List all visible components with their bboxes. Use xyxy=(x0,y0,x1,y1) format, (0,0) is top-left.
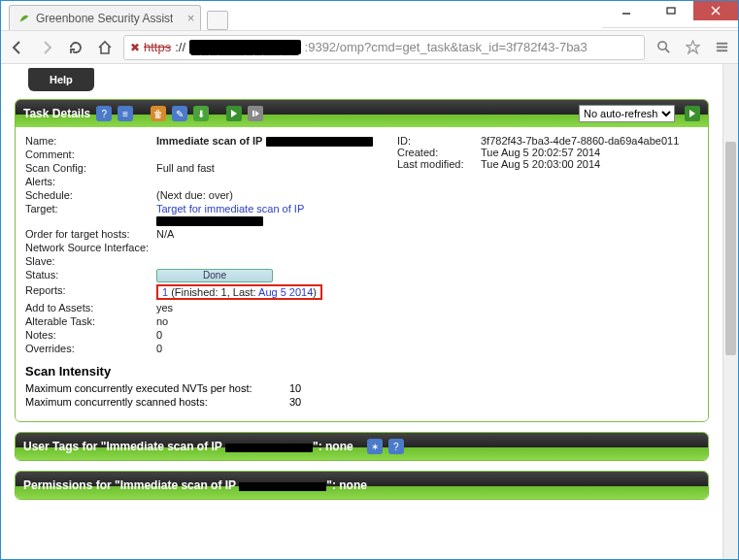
label-slave: Slave: xyxy=(25,255,156,267)
export-icon[interactable]: ⬇ xyxy=(193,106,209,121)
vertical-scrollbar[interactable] xyxy=(722,64,738,559)
value-name: Immediate scan of IP xyxy=(156,135,262,147)
label-nvts: Maximum concurrently executed NVTs per h… xyxy=(25,382,289,394)
delete-icon[interactable]: 🗑 xyxy=(151,106,166,121)
svg-point-4 xyxy=(657,42,665,49)
new-tab-button[interactable] xyxy=(207,11,228,30)
label-order: Order for target hosts: xyxy=(25,228,156,240)
value-created: Tue Aug 5 20:02:57 2014 xyxy=(481,147,600,158)
label-comment: Comment: xyxy=(25,148,156,160)
tab-title: Greenbone Security Assist xyxy=(36,12,173,25)
value-schedule: (Next due: over) xyxy=(156,189,378,201)
task-details-panel: Task Details ? ≡ 🗑 ✎ ⬇ No auto-refresh xyxy=(15,99,709,422)
back-button[interactable] xyxy=(7,37,28,58)
help-menu[interactable]: Help xyxy=(28,68,94,91)
refresh-select[interactable]: No auto-refresh xyxy=(579,105,675,122)
label-target: Target: xyxy=(25,203,156,226)
start-icon[interactable] xyxy=(226,106,242,121)
user-tags-title: User Tags for "Immediate scan of IP xyxy=(23,440,222,453)
ip-redacted xyxy=(266,137,373,147)
tab-close-icon[interactable]: × xyxy=(187,11,195,25)
value-order: N/A xyxy=(156,228,698,240)
label-status: Status: xyxy=(25,269,156,282)
value-id: 3f782f43-7ba3-4de7-8860-da69a4abe011 xyxy=(481,135,679,147)
resume-icon[interactable] xyxy=(248,106,263,121)
browser-tab[interactable]: Greenbone Security Assist × xyxy=(9,5,201,30)
home-button[interactable] xyxy=(94,37,116,58)
search-icon[interactable] xyxy=(653,37,674,58)
add-tag-icon[interactable]: ✶ xyxy=(367,439,383,454)
value-hosts: 30 xyxy=(289,396,301,408)
permissions-title: Permissions for "Immediate scan of IP xyxy=(23,478,236,492)
link-reports-date[interactable]: Aug 5 2014 xyxy=(258,286,313,298)
permissions-panel: Permissions for "Immediate scan of IP ":… xyxy=(15,471,709,500)
value-modified: Tue Aug 5 20:03:00 2014 xyxy=(481,158,600,170)
label-netif: Network Source Interface: xyxy=(25,242,156,253)
list-icon[interactable]: ≡ xyxy=(118,106,133,121)
help-icon[interactable]: ? xyxy=(388,439,404,454)
label-add-assets: Add to Assets: xyxy=(25,302,156,313)
greenbone-icon xyxy=(17,12,31,25)
minimize-button[interactable] xyxy=(604,1,649,20)
label-modified: Last modified: xyxy=(397,158,475,170)
status-badge: Done xyxy=(156,269,273,282)
svg-rect-9 xyxy=(252,111,254,116)
user-tags-ip-redacted xyxy=(225,444,313,452)
maximize-button[interactable] xyxy=(649,1,693,20)
label-overrides: Overrides: xyxy=(25,343,156,354)
menu-icon[interactable] xyxy=(711,37,732,58)
value-nvts: 10 xyxy=(289,382,301,394)
heading-scan-intensity: Scan Intensity xyxy=(25,364,698,379)
label-created: Created: xyxy=(397,147,475,158)
target-ip-redacted xyxy=(156,216,263,226)
url-path: :9392/omp?cmd=get_task&task_id=3f782f43-… xyxy=(305,40,588,54)
edit-icon[interactable]: ✎ xyxy=(172,106,187,121)
label-schedule: Schedule: xyxy=(25,189,156,201)
label-name: Name: xyxy=(25,135,156,147)
close-button[interactable] xyxy=(693,1,738,20)
svg-rect-1 xyxy=(667,8,675,14)
address-bar[interactable]: ✖ https :// ████████████ :9392/omp?cmd=g… xyxy=(123,35,645,60)
bookmark-icon[interactable] xyxy=(682,37,703,58)
label-reports: Reports: xyxy=(25,284,156,300)
insecure-icon: ✖ xyxy=(130,41,140,54)
label-hosts: Maximum concurrently scanned hosts: xyxy=(25,396,289,408)
user-tags-panel: User Tags for "Immediate scan of IP ": n… xyxy=(15,432,709,461)
forward-button[interactable] xyxy=(36,37,57,58)
label-alerts: Alerts: xyxy=(25,176,156,187)
label-notes: Notes: xyxy=(25,329,156,341)
value-add-assets: yes xyxy=(156,302,698,313)
url-protocol: https xyxy=(144,40,171,54)
permissions-ip-redacted xyxy=(239,482,326,491)
svg-line-5 xyxy=(665,49,669,52)
label-id: ID: xyxy=(397,135,475,147)
refresh-go-icon[interactable] xyxy=(685,106,700,121)
reports-highlight: 1 (Finished: 1, Last: Aug 5 2014) xyxy=(156,284,322,300)
panel-header: Task Details ? ≡ 🗑 ✎ ⬇ No auto-refresh xyxy=(16,100,708,127)
link-notes[interactable]: 0 xyxy=(156,329,698,341)
reload-button[interactable] xyxy=(65,37,86,58)
scroll-thumb[interactable] xyxy=(725,142,736,355)
help-icon[interactable]: ? xyxy=(96,106,112,121)
link-scan-config[interactable]: Full and fast xyxy=(156,162,378,174)
value-alterable: no xyxy=(156,315,698,327)
panel-title: Task Details xyxy=(23,107,90,120)
link-overrides[interactable]: 0 xyxy=(156,343,698,354)
link-target[interactable]: Target for immediate scan of IP xyxy=(156,203,304,214)
label-scan-config: Scan Config: xyxy=(25,162,156,174)
label-alterable: Alterable Task: xyxy=(25,315,156,327)
url-host-redacted: ████████████ xyxy=(189,40,301,54)
